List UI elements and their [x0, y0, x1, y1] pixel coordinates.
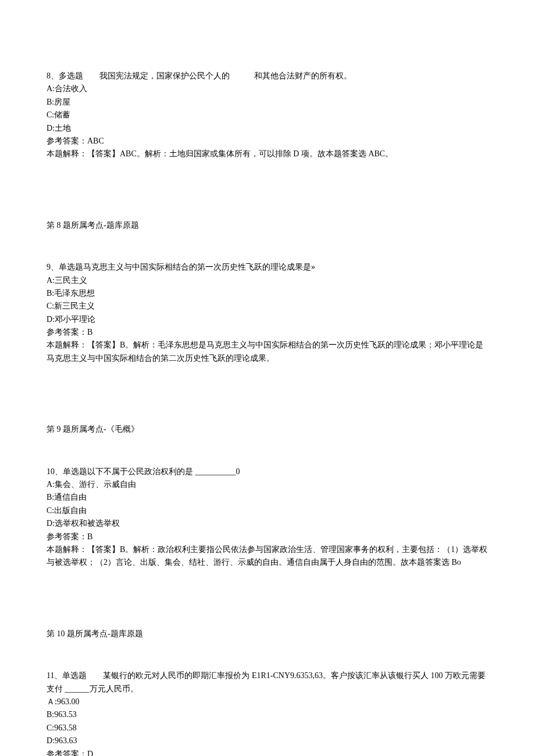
- option-c: C:新三民主义: [47, 300, 488, 313]
- question-9: 9、单选题马克思主义与中国实际相结合的第一次历史性飞跃的理论成果是» A:三民主…: [47, 261, 488, 436]
- explanation: 本题解释：【答案】B。解析：政治权利主要指公民依法参与国家政治生活、管理国家事务…: [47, 543, 488, 569]
- option-c: C:储蓄: [47, 109, 488, 121]
- option-a: A:集会、游行、示威自由: [47, 478, 488, 491]
- answer-label: 参考答案：ABC: [47, 135, 488, 148]
- answer-label: 参考答案：B: [47, 531, 488, 543]
- option-d: D:963.63: [47, 734, 488, 747]
- option-a: A:合法收入: [47, 83, 488, 95]
- explanation: 本题解释：【答案】B。解析：毛泽东思想是马克思主义与中国实际相结合的第一次历史性…: [47, 339, 488, 365]
- question-10: 10、单选题以下不属于公民政治权利的是 __________0 A:集会、游行、…: [47, 465, 488, 641]
- question-8: 8、多选题 我国宪法规定，国家保护公民个人的 和其他合法财产的所有权。 A:合法…: [47, 70, 488, 232]
- explanation: 本题解释：【答案】ABC。解析：土地归国家或集体所有，可以排除 D 项。故本题答…: [47, 148, 488, 160]
- option-b: B:房屋: [47, 96, 488, 109]
- question-title: 9、单选题马克思主义与中国实际相结合的第一次历史性飞跃的理论成果是»: [47, 261, 488, 274]
- option-d: D:土地: [47, 122, 488, 135]
- option-b: B:963.53: [47, 708, 488, 721]
- question-11: 11、单选题 某银行的欧元对人民币的即期汇率报价为 E1R1-CNY9.6353…: [47, 669, 488, 756]
- option-d: D:选举权和被选举权: [47, 517, 488, 530]
- answer-label: 参考答案：B: [47, 326, 488, 339]
- answer-label: 参考答案：D: [47, 748, 488, 757]
- topic-line: 第 8 题所属考点-题库原题: [47, 219, 488, 232]
- topic-line: 第 10 题所属考点-题库原题: [47, 628, 488, 640]
- option-b: B:毛泽东思想: [47, 287, 488, 300]
- question-title: 10、单选题以下不属于公民政治权利的是 __________0: [47, 465, 488, 478]
- option-d: D:邓小平理论: [47, 313, 488, 326]
- option-a: Ａ:963.00: [47, 696, 488, 708]
- topic-line: 第 9 题所属考点-《毛概》: [47, 423, 488, 436]
- option-c: C:出版自由: [47, 504, 488, 517]
- option-b: B:通信自由: [47, 491, 488, 504]
- option-c: C:963.58: [47, 722, 488, 734]
- question-title: 11、单选题 某银行的欧元对人民币的即期汇率报价为 E1R1-CNY9.6353…: [47, 669, 488, 696]
- option-a: A:三民主义: [47, 274, 488, 287]
- question-title: 8、多选题 我国宪法规定，国家保护公民个人的 和其他合法财产的所有权。: [47, 70, 488, 83]
